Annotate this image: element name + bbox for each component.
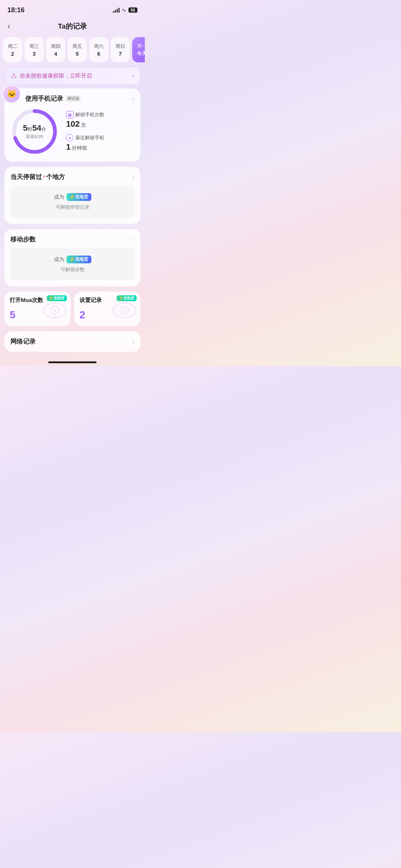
phone-usage-card: 🐱 使用手机记录 测试版 › 5时54分 屏幕时间: [4, 88, 140, 162]
avatar: 🐱: [2, 85, 21, 103]
test-badge: 测试版: [65, 95, 81, 102]
home-bar: [48, 361, 97, 363]
nav-bar: ‹ Ta的记录: [0, 19, 145, 36]
day-selector: 周二 2 周三 3 周四 4 周五 5 周六 6 周日 7 周一 今天: [0, 36, 145, 67]
circle-time-text: 5时54分 屏幕时间: [23, 123, 46, 140]
signal-icon: [113, 7, 120, 13]
svg-point-7: [123, 309, 126, 312]
health-permission-banner[interactable]: ⚠ 你未授权健康权限，立即开启 ›: [4, 67, 140, 85]
day-item-fri6[interactable]: 周六 6: [89, 37, 108, 62]
open-mua-card: 打开Mua次数 › ⚡充电官 5: [4, 292, 71, 326]
location-card-arrow[interactable]: ›: [133, 174, 134, 181]
day-item-tue3[interactable]: 周三 3: [25, 37, 44, 62]
settings-record-card: 设置记录 › ⚡充电官 2: [74, 292, 140, 326]
status-time: 18:16: [7, 6, 25, 14]
day-item-today[interactable]: 周一 今天: [132, 37, 145, 62]
battery-indicator: 56: [128, 7, 137, 13]
location-card: 当天停留过 * 个地方 › 成为 ⚡充电官 可解锁停留记录: [4, 167, 140, 224]
day-item-wed4[interactable]: 周四 4: [46, 37, 65, 62]
steps-become-label: 成为: [54, 256, 64, 263]
steps-unlock-area: 成为 ⚡充电官 可解锁步数: [10, 248, 134, 280]
phone-usage-title: 使用手机记录: [25, 94, 63, 103]
open-mua-title: 打开Mua次数: [10, 297, 43, 304]
home-indicator: [0, 357, 145, 366]
last-unlock-stat: ● 最近解锁手机 1 分钟前: [66, 134, 104, 152]
network-arrow[interactable]: ›: [133, 338, 134, 345]
settings-record-title: 设置记录: [79, 297, 102, 304]
star-marker: *: [43, 174, 45, 180]
network-card: 网络记录 ›: [4, 331, 140, 352]
screen-time-circle: 5时54分 屏幕时间: [10, 107, 59, 156]
location-title-suffix: 个地方: [46, 173, 65, 181]
status-bar: 18:16 ∿ 56: [0, 0, 145, 19]
become-label: 成为: [54, 194, 64, 201]
steps-card-arrow[interactable]: ›: [133, 236, 134, 243]
location-title: 当天停留过: [10, 173, 42, 181]
steps-card: 移动步数 › 成为 ⚡充电官 可解锁步数: [4, 229, 140, 286]
svg-point-4: [53, 309, 56, 312]
day-item-thu5[interactable]: 周五 5: [68, 37, 87, 62]
phone-icon: ▦: [66, 111, 74, 118]
location-unlock-area: 成为 ⚡充电官 可解锁停留记录: [10, 186, 134, 218]
unlock-sub-steps: 可解锁步数: [61, 266, 85, 273]
clock-icon: ●: [66, 134, 74, 142]
health-banner-arrow: ›: [132, 72, 134, 79]
steps-title: 移动步数: [10, 235, 36, 244]
eye-decoration-settings-icon: [113, 298, 137, 322]
back-button[interactable]: ‹: [7, 22, 10, 31]
wifi-icon: ∿: [122, 7, 126, 13]
warning-icon: ⚠: [11, 72, 17, 80]
page-title: Ta的记录: [58, 22, 87, 31]
vip-badge-steps[interactable]: ⚡充电官: [66, 256, 91, 263]
vip-badge-location[interactable]: ⚡充电官: [66, 193, 91, 201]
eye-decoration-icon: [43, 298, 67, 322]
day-item-sat7[interactable]: 周日 7: [111, 37, 130, 62]
status-icons: ∿ 56: [113, 7, 137, 13]
two-column-cards: 打开Mua次数 › ⚡充电官 5 设置记录 › ⚡充电官 2: [4, 292, 140, 326]
day-item-mon2[interactable]: 周二 2: [3, 37, 22, 62]
health-banner-text: 你未授权健康权限，立即开启: [20, 72, 92, 79]
unlock-count-stat: ▦ 解锁手机次数 102 次: [66, 111, 104, 129]
phone-usage-arrow[interactable]: ›: [133, 95, 134, 102]
unlock-sub-location: 可解锁停留记录: [56, 204, 89, 211]
network-title: 网络记录: [10, 337, 36, 346]
